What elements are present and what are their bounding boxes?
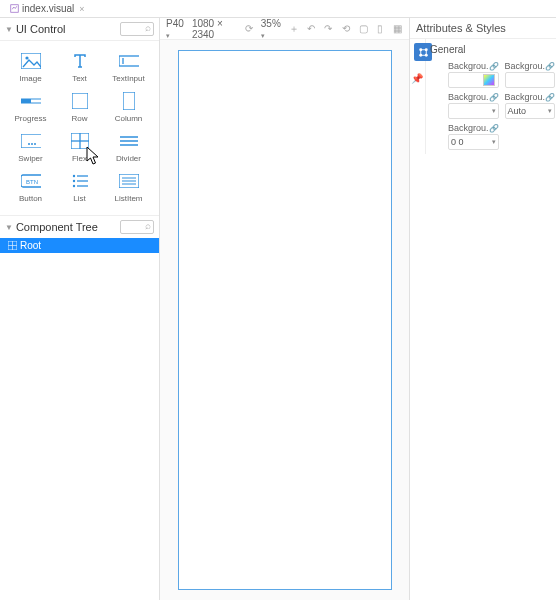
zoom-dropdown[interactable]: 35%	[261, 18, 282, 40]
attributes-styles-title: Attributes & Styles	[410, 18, 556, 39]
link-icon[interactable]: 🔗	[489, 93, 499, 102]
control-button[interactable]: BTN Button	[6, 173, 55, 203]
link-icon[interactable]: 🔗	[545, 93, 555, 102]
svg-point-10	[28, 143, 30, 145]
component-tree-header[interactable]: ▼ Component Tree	[0, 216, 159, 238]
general-label: General	[430, 44, 466, 55]
attr-label: Backgrou.	[448, 123, 489, 133]
attr-dropdown-auto[interactable]: Auto	[505, 103, 556, 119]
control-column[interactable]: Column	[104, 93, 153, 123]
control-row[interactable]: Row	[55, 93, 104, 123]
design-canvas[interactable]	[178, 50, 392, 590]
svg-rect-3	[119, 56, 139, 66]
svg-text:BTN: BTN	[26, 179, 38, 185]
divider-icon	[119, 133, 139, 149]
tree-root-label: Root	[20, 240, 41, 251]
attr-dropdown[interactable]	[448, 103, 499, 119]
attr-label: Backgrou.	[505, 92, 546, 102]
component-tree-search[interactable]	[120, 220, 154, 234]
progress-icon	[21, 93, 41, 109]
ui-control-title: UI Control	[16, 23, 120, 35]
attr-label: Backgrou.	[505, 61, 546, 71]
visual-file-icon	[10, 4, 19, 13]
node-icon	[8, 241, 17, 250]
device-dropdown[interactable]: P40	[166, 18, 185, 40]
undo-icon[interactable]: ↶	[306, 22, 316, 35]
aspect-icon[interactable]: ▯	[375, 22, 385, 35]
text-icon	[70, 53, 90, 69]
attr-label: Backgrou.	[448, 61, 489, 71]
link-icon[interactable]: 🔗	[545, 62, 555, 71]
resolution-label: 1080 × 2340	[192, 18, 237, 40]
ui-control-search[interactable]	[120, 22, 154, 36]
image-icon	[21, 53, 41, 69]
svg-point-25	[72, 185, 74, 187]
svg-rect-6	[21, 99, 31, 103]
control-swiper[interactable]: Swiper	[6, 133, 55, 163]
control-text[interactable]: Text	[55, 53, 104, 83]
control-flex[interactable]: Flex	[55, 133, 104, 163]
svg-rect-9	[21, 134, 41, 148]
component-tree-title: Component Tree	[16, 221, 120, 233]
file-tab-label: index.visual	[22, 3, 74, 14]
control-listitem[interactable]: ListItem	[104, 173, 153, 203]
grid-toggle-icon[interactable]: ▦	[393, 22, 403, 35]
redo-icon[interactable]: ↷	[323, 22, 333, 35]
svg-rect-8	[123, 92, 135, 110]
svg-point-11	[31, 143, 33, 145]
close-tab-icon[interactable]: ×	[79, 4, 84, 14]
attr-dropdown-zero[interactable]: 0 0	[448, 134, 499, 150]
rotate-icon[interactable]: ⟲	[341, 22, 351, 35]
control-list[interactable]: List	[55, 173, 104, 203]
file-tab[interactable]: index.visual ×	[4, 1, 91, 16]
textinput-icon	[119, 53, 139, 69]
attr-label: Backgrou.	[448, 92, 489, 102]
collapse-icon: ▼	[5, 223, 13, 232]
tree-root-node[interactable]: Root	[0, 238, 159, 253]
zoom-add-icon[interactable]: ＋	[289, 22, 299, 35]
control-progress[interactable]: Progress	[6, 93, 55, 123]
collapse-icon: ▼	[5, 25, 13, 34]
svg-rect-7	[72, 93, 88, 109]
list-icon	[70, 173, 90, 189]
svg-rect-0	[11, 5, 19, 13]
canvas-toolbar: P40 1080 × 2340 ⟳ 35% ＋ ↶ ↷ ⟲ ▢ ▯ ▦	[160, 18, 409, 40]
svg-point-12	[34, 143, 36, 145]
flex-icon	[70, 133, 90, 149]
svg-point-2	[25, 56, 28, 59]
sync-icon[interactable]: ⟳	[243, 22, 253, 35]
link-icon[interactable]: 🔗	[489, 124, 499, 133]
column-icon	[119, 93, 139, 109]
attr-color-input[interactable]	[448, 72, 499, 88]
control-image[interactable]: Image	[6, 53, 55, 83]
ui-control-header[interactable]: ▼ UI Control	[0, 18, 159, 41]
color-swatch	[483, 74, 495, 86]
svg-point-21	[72, 175, 74, 177]
link-icon[interactable]: 🔗	[489, 62, 499, 71]
swiper-icon	[21, 133, 41, 149]
listitem-icon	[119, 173, 139, 189]
attr-input[interactable]	[505, 72, 556, 88]
button-icon: BTN	[21, 173, 41, 189]
fullscreen-icon[interactable]: ▢	[358, 22, 368, 35]
svg-point-23	[72, 180, 74, 182]
pin-icon[interactable]: 📌	[410, 65, 424, 84]
control-divider[interactable]: Divider	[104, 133, 153, 163]
control-textinput[interactable]: TextInput	[104, 53, 153, 83]
row-icon	[70, 93, 90, 109]
